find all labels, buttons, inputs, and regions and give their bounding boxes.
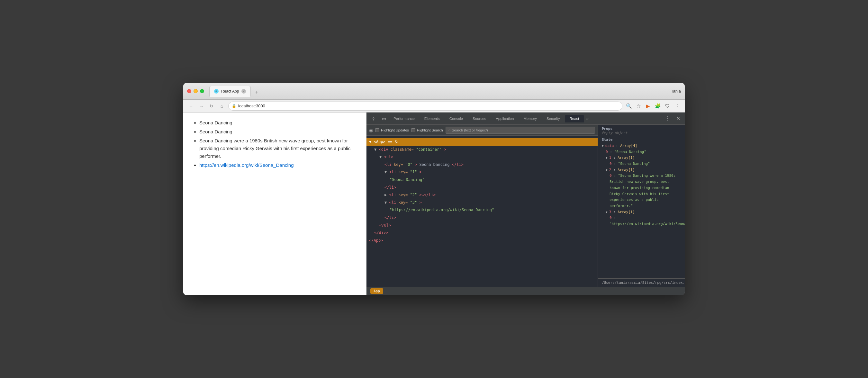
tag-li-close: </li> [452, 162, 464, 167]
title-bar: ⚛ React App ✕ + Tania [183, 83, 685, 100]
inspector-cursor-icon[interactable]: ⊹ [369, 114, 378, 123]
colon: : [610, 150, 614, 154]
tag-li: <li [384, 162, 394, 167]
arrow-icon: ▼ [374, 147, 376, 152]
arrow-icon: ▼ [369, 139, 371, 144]
wiki-link[interactable]: https://en.wikipedia.org/wiki/Seona_Danc… [199, 162, 294, 168]
tab-sources[interactable]: Sources [468, 115, 491, 123]
devtools-more-button[interactable]: ⋮ [663, 114, 672, 123]
tree-row-app[interactable]: ▼ <App> == $r [367, 138, 598, 146]
filepath: /Users/taniarascia/Sites/rpg/src/index.j… [602, 281, 681, 285]
attr-key-3: key= [398, 200, 408, 205]
arrow-icon: ▼ [384, 200, 387, 205]
index-2-0: 0 [610, 174, 612, 178]
search-button[interactable]: 🔍 [625, 102, 633, 110]
tree-row-li-1-text: "Seona Dancing" [367, 176, 598, 184]
tree-row-app-close: </App> [367, 237, 598, 245]
colon: : [613, 168, 618, 172]
active-tab[interactable]: ⚛ React App ✕ [209, 86, 251, 97]
forward-button[interactable]: → [197, 102, 205, 110]
attr-key-2: key= [398, 192, 408, 197]
shield-icon[interactable]: 🛡 [663, 102, 671, 110]
state-item-1: ▼ 1 : Array[1] [602, 155, 681, 161]
state-panel: Props Empty object State ▼ data : Array[… [598, 125, 685, 287]
search-box[interactable]: ○ Search (text or /regex/) [445, 127, 595, 134]
tag-li-1-close: </li> [384, 185, 396, 190]
tab-memory[interactable]: Memory [519, 115, 541, 123]
minimize-button[interactable] [193, 89, 198, 93]
tab-elements[interactable]: Elements [420, 115, 444, 123]
tag-gt: > [415, 162, 417, 167]
search-placeholder: Search (text or /regex/) [452, 128, 488, 132]
traffic-lights [187, 89, 204, 93]
index-2: 2 [609, 168, 612, 172]
tag-ul: <ul> [384, 155, 393, 159]
attr-container-value: "container" [416, 147, 441, 152]
extension-icon[interactable]: 🧩 [654, 102, 661, 110]
reload-button[interactable]: ↻ [208, 102, 215, 110]
tab-react[interactable]: React [565, 115, 584, 123]
url-text: localhost:3000 [238, 103, 265, 108]
tree-row-li-3[interactable]: ▼ <li key= "3" > [367, 199, 598, 207]
devtools-body: ◉ Highlight Updates Highlight Search ○ S… [367, 125, 685, 287]
tree-row-ul[interactable]: ▼ <ul> [367, 153, 598, 161]
highlight-search-option: Highlight Search [411, 128, 443, 132]
bookmark-button[interactable]: ☆ [634, 102, 642, 110]
state-item-3: ▼ 3 : Array[1] [602, 209, 681, 215]
tab-close-button[interactable]: ✕ [242, 89, 246, 94]
props-label: Props [602, 127, 681, 131]
tab-performance[interactable]: Performance [389, 115, 419, 123]
highlight-search-checkbox[interactable] [411, 128, 415, 132]
list-item: Seona Dancing [199, 119, 356, 127]
tag-app-close: </App> [369, 238, 383, 243]
list-item: https://en.wikipedia.org/wiki/Seona_Danc… [199, 161, 356, 169]
data-key: data [606, 144, 614, 148]
tree-row-ul-close: </ul> [367, 222, 598, 229]
attr-key-val-0: "0" [405, 162, 412, 167]
inspector-target-icon[interactable]: ◉ [369, 128, 373, 133]
main-area: Seona Dancing Seona Dancing Seona Dancin… [183, 113, 685, 295]
app-equals: == $r [388, 139, 399, 144]
tab-favicon: ⚛ [214, 89, 219, 94]
menu-button[interactable]: ⋮ [673, 102, 681, 110]
arrow-icon: ▼ [379, 155, 381, 159]
collapse-icon-1[interactable]: ▼ [606, 156, 609, 159]
maximize-button[interactable] [200, 89, 204, 93]
data-type: Array[4] [620, 144, 637, 148]
content-list: Seona Dancing Seona Dancing Seona Dancin… [193, 119, 356, 169]
back-button[interactable]: ← [187, 102, 195, 110]
tree-row-li-1[interactable]: ▼ <li key= "1" > [367, 168, 598, 176]
attr-key-val-3: "3" [410, 200, 417, 205]
tab-security[interactable]: Security [542, 115, 564, 123]
responsive-icon[interactable]: ▭ [379, 114, 389, 123]
component-breadcrumb[interactable]: App [370, 288, 383, 294]
nav-bar: ← → ↻ ⌂ 🔒 localhost:3000 🔍 ☆ ▶ 🧩 🛡 ⋮ [183, 100, 685, 113]
tab-application[interactable]: Application [491, 115, 518, 123]
tree-row-li-0[interactable]: <li key= "0" > Seona Dancing </li> [367, 161, 598, 169]
inspector-panel: ◉ Highlight Updates Highlight Search ○ S… [367, 125, 598, 287]
tab-console[interactable]: Console [445, 115, 467, 123]
address-bar[interactable]: 🔒 localhost:3000 [228, 101, 622, 111]
new-tab-button[interactable]: + [252, 88, 261, 97]
tab-more-button[interactable]: » [585, 115, 591, 123]
state-item-3-0: 0 : "https://en.wikipedia.org/wiki/Seona… [602, 215, 681, 227]
highlight-updates-checkbox[interactable] [375, 128, 379, 132]
state-data-root: ▼ data : Array[4] [602, 143, 681, 149]
tag-gt-1: > [419, 170, 422, 174]
tree-row-li-1-close: </li> [367, 184, 598, 192]
collapse-icon-3[interactable]: ▼ [606, 211, 609, 214]
tree-row-li-2[interactable]: ▶ <li key= "2" >…</li> [367, 191, 598, 199]
tab-area: ⚛ React App ✕ + [209, 86, 669, 97]
inspector-toolbar: ◉ Highlight Updates Highlight Search ○ S… [367, 125, 598, 136]
tab-title: React App [221, 89, 239, 94]
tree-row-div[interactable]: ▼ <div className= "container" > [367, 146, 598, 154]
props-empty: Empty object [602, 131, 681, 135]
type-3: Array[1] [618, 210, 634, 214]
type-1: Array[1] [618, 156, 634, 160]
collapse-icon-2[interactable]: ▼ [606, 168, 609, 171]
close-button[interactable] [187, 89, 191, 93]
collapse-icon[interactable]: ▼ [602, 144, 606, 148]
home-button[interactable]: ⌂ [218, 102, 226, 110]
devtools-close-button[interactable]: ✕ [674, 114, 682, 123]
nav-actions: 🔍 ☆ ▶ 🧩 🛡 ⋮ [625, 102, 681, 110]
